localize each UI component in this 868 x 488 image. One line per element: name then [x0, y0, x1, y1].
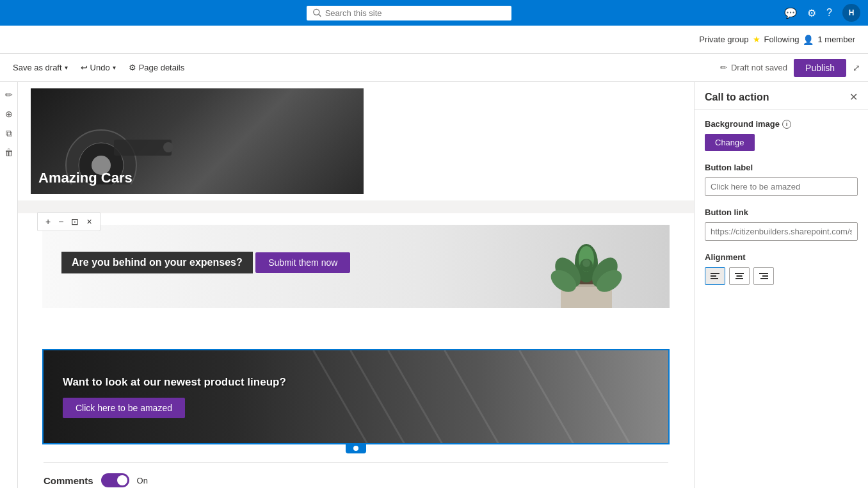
undo-label: Undo: [90, 63, 110, 72]
car-title: Amazing Cars: [38, 170, 133, 186]
page-details-icon: ⚙: [129, 63, 136, 72]
save-draft-button[interactable]: Save as draft ▾: [8, 60, 73, 76]
sub-header: Private group ★ Following 👤 1 member: [0, 26, 868, 54]
undo-button[interactable]: ↩ Undo ▾: [76, 60, 121, 76]
button-label-section: Button label: [705, 163, 858, 196]
bg-line-6: [575, 350, 668, 443]
align-center-button[interactable]: [729, 267, 750, 285]
member-icon: 👤: [803, 35, 814, 45]
product-title: Want to look at our newest product lineu…: [63, 376, 286, 389]
product-section-container: Want to look at our newest product lineu…: [18, 341, 694, 462]
background-image-label: Background image i: [705, 119, 858, 129]
svg-rect-23: [735, 278, 743, 279]
alignment-section: Alignment: [705, 252, 858, 285]
align-left-icon: [710, 271, 720, 281]
undo-icon: ↩: [81, 63, 88, 72]
comments-status: On: [137, 476, 148, 485]
svg-line-1: [319, 14, 321, 16]
button-label-input[interactable]: [705, 177, 858, 196]
search-box[interactable]: [307, 6, 511, 20]
expenses-content: Are you behind on your expenses? Submit …: [42, 239, 369, 294]
button-link-input[interactable]: [705, 222, 858, 241]
panel-close-button[interactable]: ✕: [849, 91, 858, 103]
comments-section: Comments On: [18, 463, 694, 488]
section-divider-1: [18, 200, 694, 213]
avatar[interactable]: H: [842, 4, 860, 22]
toolbar-left: Save as draft ▾ ↩ Undo ▾ ⚙ Page details: [8, 60, 189, 76]
top-bar: 💬 ⚙ ? H: [0, 0, 868, 26]
private-group-label: Private group: [699, 35, 748, 44]
move-icon[interactable]: ⊕: [1, 106, 17, 122]
panel-title: Call to action: [705, 92, 769, 103]
button-link-field-label: Button link: [705, 207, 858, 217]
svg-point-17: [583, 259, 590, 267]
svg-rect-18: [711, 273, 719, 274]
draft-status: ✏ Draft not saved: [720, 63, 787, 72]
expenses-section: Are you behind on your expenses? Submit …: [18, 213, 694, 320]
change-button[interactable]: Change: [705, 134, 755, 151]
zoom-fit-button[interactable]: ⊡: [68, 215, 81, 228]
expenses-title-box: Are you behind on your expenses?: [61, 252, 253, 273]
delete-icon[interactable]: 🗑: [1, 145, 17, 160]
draft-status-text: Draft not saved: [731, 63, 787, 72]
settings-icon[interactable]: ⚙: [807, 7, 816, 19]
svg-rect-24: [759, 273, 768, 274]
private-group-info: Private group ★ Following 👤 1 member: [699, 35, 855, 45]
product-banner: Want to look at our newest product lineu…: [44, 350, 668, 443]
publish-button[interactable]: Publish: [794, 59, 846, 77]
svg-point-0: [313, 9, 319, 15]
save-draft-chevron: ▾: [65, 64, 68, 71]
search-input[interactable]: [325, 8, 505, 18]
panel-header: Call to action ✕: [695, 82, 868, 110]
bg-line-3: [387, 350, 482, 443]
svg-rect-19: [711, 275, 716, 277]
zoom-in-button[interactable]: +: [43, 215, 53, 228]
align-left-button[interactable]: [705, 267, 725, 285]
expand-button[interactable]: ⤢: [853, 63, 860, 73]
edit-section-icon[interactable]: ✏: [1, 87, 17, 102]
chat-icon[interactable]: 💬: [784, 7, 797, 19]
page-details-label: Page details: [139, 63, 185, 72]
zoom-out-button[interactable]: −: [56, 215, 66, 228]
button-label-field-label: Button label: [705, 163, 858, 172]
background-image-section: Background image i Change: [705, 119, 858, 151]
align-right-button[interactable]: [753, 267, 774, 285]
following-label: Following: [764, 35, 800, 44]
toggle-knob: [117, 475, 127, 485]
svg-rect-22: [737, 275, 743, 277]
amazed-button[interactable]: Click here to be amazed: [63, 398, 185, 418]
toolbar: Save as draft ▾ ↩ Undo ▾ ⚙ Page details …: [0, 54, 868, 82]
top-bar-right: 💬 ⚙ ? H: [784, 4, 860, 22]
svg-point-6: [163, 142, 173, 152]
edit-icon: ✏: [720, 63, 727, 72]
search-icon: [313, 8, 321, 17]
svg-rect-26: [760, 278, 768, 279]
button-link-section: Button link: [705, 207, 858, 241]
expenses-banner: Are you behind on your expenses? Submit …: [42, 225, 670, 308]
right-panel: Call to action ✕ Background image i Chan…: [694, 82, 868, 488]
duplicate-icon[interactable]: ⧉: [1, 126, 17, 141]
member-count: 1 member: [817, 35, 855, 44]
undo-chevron: ▾: [113, 64, 116, 71]
content-area: Amazing Cars: [18, 82, 694, 488]
svg-rect-25: [762, 275, 768, 277]
alignment-options: [705, 267, 858, 285]
align-center-icon: [734, 271, 744, 281]
product-content: Want to look at our newest product lineu…: [44, 363, 305, 431]
car-section: Amazing Cars: [18, 82, 694, 200]
car-image-container: Amazing Cars: [31, 88, 364, 194]
zoom-close-button[interactable]: ×: [84, 215, 94, 228]
comments-label: Comments: [44, 475, 93, 486]
submit-button[interactable]: Submit them now: [255, 252, 350, 273]
left-toolbar: ✏ ⊕ ⧉ 🗑: [0, 82, 18, 488]
page-details-button[interactable]: ⚙ Page details: [124, 60, 190, 76]
svg-rect-20: [711, 278, 718, 279]
comments-toggle[interactable]: [101, 473, 129, 487]
help-icon[interactable]: ?: [826, 7, 832, 19]
save-draft-label: Save as draft: [13, 63, 62, 72]
info-icon[interactable]: i: [782, 120, 791, 129]
succulent-illustration: [529, 225, 644, 308]
panel-body: Background image i Change Button label B…: [695, 110, 868, 305]
section-handle[interactable]: [346, 443, 366, 453]
main-layout: ✏ ⊕ ⧉ 🗑: [0, 82, 868, 488]
